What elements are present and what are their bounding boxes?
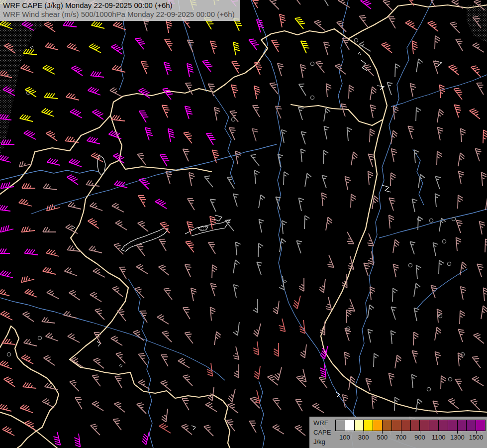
wind-barb <box>412 351 418 364</box>
wind-barb <box>259 195 265 208</box>
wind-barb <box>349 376 355 390</box>
wind-barb <box>477 83 484 95</box>
legend-param-label: CAPE <box>313 428 331 437</box>
wind-barb <box>319 279 325 293</box>
wind-barb <box>458 195 463 209</box>
wind-barb <box>454 88 462 100</box>
wind-barb <box>253 299 258 313</box>
wind-barb <box>273 425 284 434</box>
wind-barb <box>342 395 348 408</box>
wind-barb <box>361 0 372 9</box>
wind-barb <box>322 193 327 206</box>
wind-barb <box>70 109 82 118</box>
wind-barb <box>90 292 101 302</box>
wind-barb <box>164 62 172 75</box>
wind-barb <box>474 333 484 343</box>
small-lake-outline <box>382 185 391 192</box>
cape-colorbar <box>335 420 486 431</box>
wind-barb <box>391 331 396 344</box>
wind-barb <box>233 42 240 56</box>
wind-barb <box>0 361 12 369</box>
wind-barb <box>374 353 379 367</box>
colorbar-cell-8 <box>410 420 420 431</box>
wind-barb <box>47 290 59 299</box>
country-border <box>348 4 487 39</box>
wind-barb <box>25 421 36 431</box>
wind-barb <box>389 215 394 228</box>
wind-barb <box>475 149 481 162</box>
wind-barb <box>207 363 212 376</box>
wind-barb <box>391 307 396 320</box>
wind-barb <box>93 268 105 277</box>
city-marker <box>231 117 235 121</box>
colorbar-cell-12 <box>448 420 458 431</box>
wind-barb <box>231 85 238 98</box>
wind-barb <box>142 432 149 445</box>
wind-barb <box>0 271 13 278</box>
legend-unit-labels: WRF CAPE J/kg <box>313 418 331 447</box>
wind-barb <box>233 322 239 336</box>
wind-barb <box>351 152 358 165</box>
wind-barb <box>70 380 79 391</box>
wind-barb <box>471 66 481 77</box>
wind-barbs <box>0 0 487 447</box>
wind-barb <box>412 41 418 54</box>
colorbar-cell-0 <box>335 420 345 431</box>
wind-barb <box>299 84 306 96</box>
wind-barb <box>110 88 122 97</box>
wind-barb <box>210 200 216 212</box>
wind-barb <box>298 107 304 120</box>
wind-barb <box>24 130 36 139</box>
wind-barb <box>284 172 289 185</box>
wind-barb <box>69 290 80 300</box>
wind-barb <box>483 130 487 143</box>
wind-barb <box>349 85 354 99</box>
wind-barb <box>136 244 145 256</box>
wind-barb <box>251 154 259 166</box>
wind-barb <box>321 0 328 6</box>
wind-barb <box>391 130 397 144</box>
wind-barb <box>109 131 121 139</box>
wind-barb <box>326 217 332 230</box>
wind-barb <box>345 177 351 190</box>
colorbar-tick-label: 900 <box>414 434 425 441</box>
wind-barb <box>484 288 487 301</box>
wind-barb <box>183 308 190 319</box>
wind-barb <box>449 65 459 75</box>
cape-legend: WRF CAPE J/kg 10030050070090011001300150… <box>309 417 487 448</box>
wind-barb <box>188 199 195 210</box>
wind-barb <box>412 374 417 388</box>
colorbar-tick-label: 100 <box>339 434 350 441</box>
wind-barb <box>233 285 239 298</box>
wind-barb <box>448 398 459 409</box>
wind-barb <box>69 159 82 167</box>
wind-barb <box>270 0 279 9</box>
wind-barb <box>208 387 214 401</box>
wind-barb <box>204 176 213 187</box>
wind-barb <box>300 65 306 78</box>
colorbar-cell-6 <box>391 420 401 431</box>
wind-barb <box>204 425 213 436</box>
colorbar-cell-4 <box>373 420 383 431</box>
wind-barb <box>312 403 324 413</box>
wind-barb <box>233 260 240 273</box>
wind-barb <box>119 267 126 279</box>
wind-barb <box>460 262 467 275</box>
wind-barb <box>0 155 11 162</box>
wind-barb <box>319 377 327 388</box>
legend-unit-label: J/kg <box>313 437 331 447</box>
wind-barb <box>435 327 441 340</box>
wind-barb <box>326 84 332 97</box>
wind-barb <box>254 366 260 379</box>
wind-barb <box>95 309 104 320</box>
wind-barb <box>450 22 460 33</box>
wind-barb <box>159 239 166 251</box>
wind-barb <box>482 172 487 186</box>
wind-barb <box>165 39 173 51</box>
wind-barb <box>341 104 347 117</box>
wind-barb <box>437 127 443 140</box>
wind-barb <box>282 130 287 143</box>
wind-barb <box>159 424 171 433</box>
wind-barb <box>161 380 171 391</box>
wind-barb <box>21 276 34 283</box>
